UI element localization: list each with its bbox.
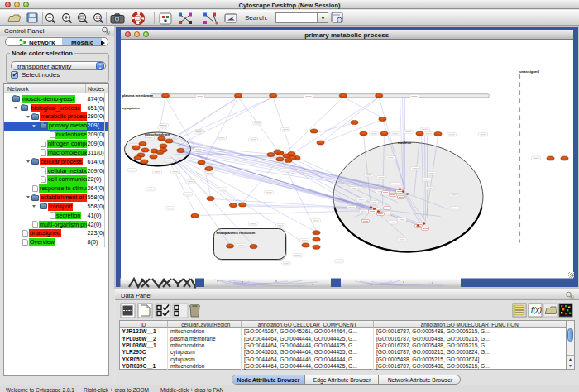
svg-text:mitochondrion: mitochondrion (145, 132, 170, 136)
svg-text:nucleus: nucleus (398, 141, 412, 145)
svg-text:unassigned: unassigned (519, 69, 539, 73)
svg-text:f(x): f(x) (531, 306, 542, 314)
svg-text:endoplasmic reticulum: endoplasmic reticulum (216, 231, 255, 235)
svg-text:cytoplasm: cytoplasm (122, 105, 139, 109)
svg-text:1:1: 1:1 (96, 16, 102, 20)
svg-text:plasma membrane: plasma membrane (122, 93, 153, 97)
